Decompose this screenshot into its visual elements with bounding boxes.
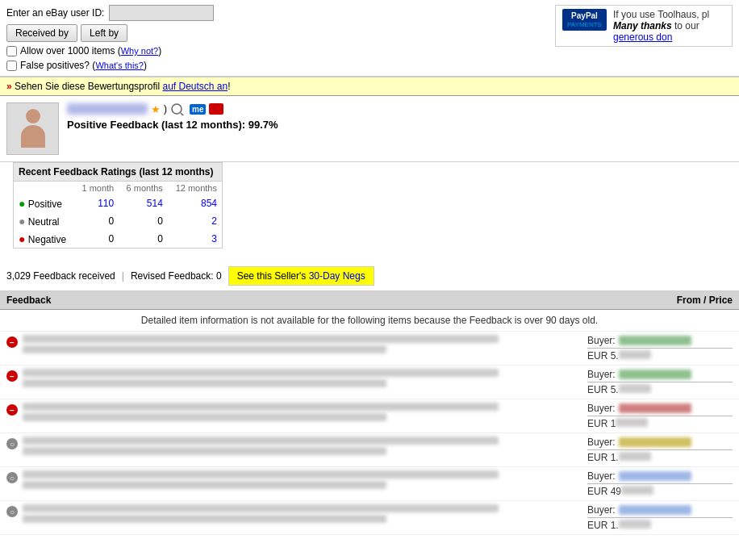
30-day-negs-link[interactable]: 30-Day Negs: [309, 270, 365, 282]
buyer-row: Buyer:: [587, 403, 733, 414]
feedback-text-1: [23, 369, 499, 377]
divider: [587, 517, 733, 518]
neutral-12m: 2: [168, 212, 222, 230]
allow-over-label: Allow over 1000 items (Why not?): [20, 45, 161, 56]
eur-text: EUR 5.: [587, 350, 651, 361]
feedback-text-2: [23, 345, 386, 353]
me-badge: me: [190, 104, 206, 115]
neutral-label: ● Neutral: [14, 212, 74, 230]
buyer-label: Buyer:: [587, 470, 616, 482]
eur-text: EUR 1: [587, 418, 648, 429]
feedback-text-1: [23, 437, 499, 445]
negative-icon: −: [6, 404, 18, 416]
negative-6m: 0: [119, 230, 168, 248]
divider: [587, 416, 733, 416]
positive-6m-link[interactable]: 514: [147, 198, 163, 209]
feedback-text-2: [23, 379, 386, 387]
buyer-row: Buyer:: [587, 504, 733, 516]
buyer-label: Buyer:: [587, 403, 616, 414]
username-row: ★ ) me: [67, 102, 278, 115]
neu-dot: ○: [6, 506, 18, 517]
left-by-button[interactable]: Left by: [81, 24, 127, 42]
feedback-text-1: [23, 504, 499, 512]
eur-blur: [619, 350, 651, 359]
negative-dot: ●: [19, 232, 25, 245]
positive-label: ● Positive: [14, 194, 74, 212]
eur-text: EUR 1.: [587, 520, 651, 531]
feedback-text-2: [23, 481, 386, 489]
feedback-right: Buyer: EUR 5.: [587, 335, 733, 361]
feedback-content: [23, 403, 582, 424]
negative-12m-link[interactable]: 3: [211, 233, 217, 244]
paypal-text: PayPal: [571, 11, 598, 20]
ratings-section: Recent Feedback Ratings (last 12 months)…: [13, 162, 223, 249]
profile-info: ★ ) me Positive Feedback (last 12 months…: [67, 102, 278, 131]
false-positives-checkbox[interactable]: [6, 61, 17, 71]
top-left-controls: Enter an eBay user ID: Received by Left …: [6, 5, 214, 71]
buyer-label: Buyer:: [587, 369, 616, 380]
positive-1m-link[interactable]: 110: [98, 198, 114, 209]
feedback-content: [23, 437, 582, 458]
table-row: ● Positive 110 514 854: [14, 194, 222, 212]
ratings-header: Recent Feedback Ratings (last 12 months): [14, 163, 222, 182]
feedback-text-1: [23, 335, 499, 343]
top-bar: Enter an eBay user ID: Received by Left …: [0, 0, 739, 77]
buyer-name: [619, 505, 691, 515]
divider: [587, 483, 733, 484]
feedback-content: [23, 335, 582, 356]
user-id-input[interactable]: [109, 5, 214, 21]
col-1month-header: 1 month: [74, 182, 119, 194]
allow-over-row: Allow over 1000 items (Why not?): [6, 45, 214, 56]
col-12months-header: 12 months: [168, 182, 222, 194]
buyer-row: Buyer:: [587, 437, 733, 448]
paypal-info: If you use Toolhaus, pl: [613, 9, 709, 20]
neutral-12m-link[interactable]: 2: [211, 215, 217, 227]
auf-deutsch-link[interactable]: auf Deutsch an: [162, 81, 228, 92]
feedback-right: Buyer: EUR 5.: [587, 369, 733, 395]
ratings-subheader: (last 12 months): [139, 166, 213, 178]
paypal-to: to our: [672, 20, 699, 31]
buyer-name: [619, 403, 691, 413]
separator: |: [122, 270, 124, 282]
ratings-header-text: Recent Feedback Ratings: [19, 166, 136, 178]
eur-blur: [619, 520, 651, 529]
paypal-payments: PAYMENTS: [566, 21, 603, 29]
neutral-6m: 0: [119, 212, 168, 230]
negative-icon: −: [6, 336, 18, 348]
paypal-thanks: Many thanks: [613, 20, 672, 31]
avatar: [6, 102, 59, 155]
feedback-row: − Buyer: EUR 5.: [0, 366, 739, 399]
avatar-head: [26, 109, 40, 123]
feedback-right: Buyer: EUR 1: [587, 403, 733, 429]
neutral-icon: ○: [6, 506, 18, 517]
whats-this-link[interactable]: What's this?: [95, 61, 144, 70]
buyer-label: Buyer:: [587, 335, 616, 346]
feedback-content: [23, 470, 582, 491]
allow-over-checkbox[interactable]: [6, 46, 17, 56]
received-by-button[interactable]: Received by: [6, 24, 77, 42]
neg-dot: −: [6, 370, 18, 382]
red-badge-icon: [209, 103, 223, 115]
why-not-link[interactable]: Why not?: [121, 46, 158, 56]
neg-dot: −: [6, 336, 18, 348]
eur-text: EUR 5.: [587, 384, 651, 395]
col-from-price-label: From / Price: [677, 295, 733, 306]
feedback-row: − Buyer: EUR 1: [0, 399, 739, 433]
search-icon: [170, 102, 186, 115]
divider: [587, 382, 733, 382]
divider: [587, 348, 733, 349]
feedback-right: Buyer: EUR 1.: [587, 437, 733, 463]
user-id-label: Enter an eBay user ID:: [6, 7, 104, 19]
profile-section: ★ ) me Positive Feedback (last 12 months…: [0, 96, 739, 162]
eur-blur: [619, 384, 651, 393]
positive-12m-link[interactable]: 854: [201, 198, 217, 209]
neu-dot: ○: [6, 472, 18, 483]
feedback-row: ○ Buyer: EUR 1.: [0, 433, 739, 467]
neg-dot: −: [6, 404, 18, 416]
generous-don-link[interactable]: generous don: [613, 31, 672, 43]
negs-button[interactable]: See this Seller's 30-Day Negs: [228, 266, 374, 286]
feedback-table-header: Feedback From / Price: [0, 291, 739, 310]
summary-bar: 3,029 Feedback received | Revised Feedba…: [0, 261, 739, 291]
ratings-container: Recent Feedback Ratings (last 12 months)…: [0, 162, 739, 261]
btn-row: Received by Left by: [6, 24, 214, 42]
